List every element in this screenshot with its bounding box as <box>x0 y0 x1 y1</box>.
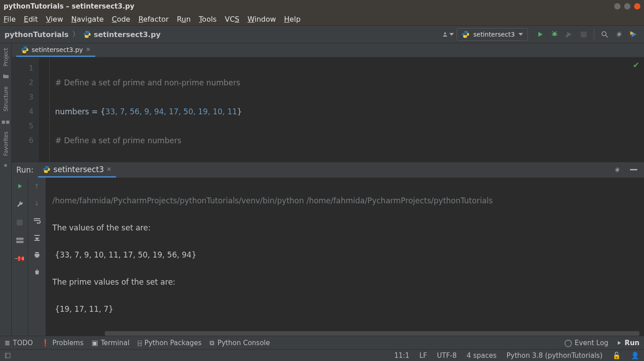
maximize-icon[interactable] <box>624 3 630 9</box>
run-config-label: setintersect3 <box>473 31 515 38</box>
svg-rect-2 <box>566 35 567 37</box>
run-button[interactable] <box>534 28 546 40</box>
tool-project[interactable]: Project <box>3 46 9 68</box>
menu-window[interactable]: Window <box>247 15 276 23</box>
stop-process-button[interactable] <box>14 216 26 228</box>
menu-tools[interactable]: Tools <box>199 15 216 23</box>
svg-rect-9 <box>16 241 23 243</box>
code-content[interactable]: # Define a set of prime and non-prime nu… <box>50 57 644 162</box>
menu-view[interactable]: View <box>46 15 63 23</box>
editor-tab[interactable]: setintersect3.py ✕ <box>16 43 95 57</box>
menu-code[interactable]: Code <box>112 15 131 23</box>
console-output[interactable]: /home/fahmida/PycharmProjects/pythonTuto… <box>46 178 644 336</box>
python-icon <box>462 30 470 38</box>
line-gutter: 123456 <box>12 57 39 162</box>
print-icon[interactable] <box>31 249 43 261</box>
run-config-selector[interactable]: setintersect3 <box>457 28 528 41</box>
settings-icon[interactable] <box>613 28 625 40</box>
menu-bar: File Edit View Navigate Code Refactor Ru… <box>0 13 644 25</box>
python-file-icon <box>21 46 29 54</box>
code-editor[interactable]: 123456 # Define a set of prime and non-p… <box>12 57 644 162</box>
breadcrumb: pythonTutorials 〉 setintersect3.py <box>5 30 161 39</box>
svg-rect-8 <box>16 238 23 240</box>
editor-tab-label: setintersect3.py <box>32 46 83 53</box>
folder-icon[interactable] <box>2 73 9 80</box>
close-tab-icon[interactable]: ✕ <box>86 46 91 53</box>
tool-event-log[interactable]: ◯Event Log <box>565 339 608 347</box>
status-cursor-pos[interactable]: 11:1 <box>394 352 410 360</box>
up-arrow-icon[interactable]: ↑ <box>31 180 43 192</box>
menu-file[interactable]: File <box>4 15 16 23</box>
lock-icon[interactable]: 🔓 <box>612 352 621 360</box>
wrench-icon[interactable] <box>14 198 26 210</box>
crumb-file[interactable]: setintersect3.py <box>83 30 161 39</box>
run-coverage-button[interactable] <box>563 28 575 40</box>
tool-python-packages[interactable]: ⌸Python Packages <box>138 339 202 347</box>
soft-wrap-icon[interactable] <box>31 215 43 226</box>
stop-button[interactable] <box>578 28 589 40</box>
run-tab-label: setintersect3 <box>53 165 104 174</box>
menu-run[interactable]: Run <box>177 15 191 23</box>
svg-point-3 <box>602 32 606 36</box>
window-title: pythonTutorials – setintersect3.py <box>4 2 614 10</box>
window-titlebar: pythonTutorials – setintersect3.py <box>0 0 644 13</box>
trash-icon[interactable] <box>31 266 43 278</box>
chevron-down-icon <box>518 33 523 36</box>
menu-navigate[interactable]: Navigate <box>71 15 104 23</box>
search-icon[interactable] <box>599 28 611 40</box>
pin-icon[interactable]: 📌 <box>14 253 26 264</box>
close-run-tab-icon[interactable]: ✕ <box>107 166 112 173</box>
tool-favorites[interactable]: Favorites <box>3 130 9 158</box>
close-icon[interactable] <box>634 3 640 9</box>
python-file-icon <box>83 30 91 38</box>
run-panel: Run: setintersect3 ✕ 📌 <box>12 162 644 336</box>
python-icon <box>42 165 51 173</box>
menu-vcs[interactable]: VCS <box>225 15 239 23</box>
structure-icon: ▪▪ <box>1 118 10 125</box>
svg-line-4 <box>606 35 608 38</box>
navigation-toolbar: pythonTutorials 〉 setintersect3.py setin… <box>0 25 644 43</box>
tool-todo[interactable]: ≣TODO <box>5 339 33 347</box>
tool-structure[interactable]: Structure <box>3 84 9 113</box>
svg-rect-10 <box>34 240 40 241</box>
tool-problems[interactable]: ❗Problems <box>41 339 84 347</box>
search-everywhere-icon[interactable] <box>628 28 639 40</box>
status-line-sep[interactable]: LF <box>420 352 427 360</box>
inspection-ok-icon[interactable]: ✔ <box>633 60 639 70</box>
menu-edit[interactable]: Edit <box>24 15 38 23</box>
rerun-button[interactable] <box>14 180 26 192</box>
editor-tabs: setintersect3.py ✕ <box>12 43 644 57</box>
svg-rect-12 <box>5 353 7 358</box>
tool-terminal[interactable]: ▣Terminal <box>92 339 130 347</box>
down-arrow-icon[interactable]: ↓ <box>31 197 43 209</box>
star-icon: ★ <box>3 162 8 169</box>
svg-rect-7 <box>630 169 637 170</box>
run-settings-icon[interactable] <box>611 164 623 176</box>
layout-icon[interactable] <box>14 234 26 246</box>
crumb-file-label: setintersect3.py <box>94 30 161 39</box>
tool-windows-icon[interactable] <box>5 352 11 359</box>
menu-refactor[interactable]: Refactor <box>138 15 168 23</box>
left-tool-strip: Project Structure ▪▪ Favorites ★ <box>0 43 12 336</box>
tool-python-console[interactable]: ⧉Python Console <box>210 339 270 347</box>
svg-point-0 <box>86 32 87 33</box>
debug-button[interactable] <box>549 28 560 40</box>
tool-run[interactable]: Run <box>616 339 639 347</box>
run-panel-title: Run: <box>16 165 33 174</box>
scroll-to-end-icon[interactable] <box>31 232 43 244</box>
status-interpreter[interactable]: Python 3.8 (pythonTutorials) <box>506 352 602 360</box>
status-indent[interactable]: 4 spaces <box>467 352 496 360</box>
inspector-icon[interactable]: 👤 <box>631 352 639 360</box>
horizontal-scrollbar[interactable] <box>105 331 639 336</box>
minimize-icon[interactable] <box>614 3 621 9</box>
user-icon[interactable] <box>442 28 454 40</box>
crumb-project[interactable]: pythonTutorials <box>5 30 69 39</box>
menu-help[interactable]: Help <box>284 15 300 23</box>
run-tab[interactable]: setintersect3 ✕ <box>38 162 116 178</box>
svg-point-1 <box>88 37 89 38</box>
bottom-tool-bar: ≣TODO ❗Problems ▣Terminal ⌸Python Packag… <box>0 336 644 349</box>
status-encoding[interactable]: UTF-8 <box>437 352 457 360</box>
status-bar: 11:1 LF UTF-8 4 spaces Python 3.8 (pytho… <box>0 349 644 361</box>
chevron-right-icon: 〉 <box>72 30 79 39</box>
hide-panel-icon[interactable] <box>628 164 639 176</box>
